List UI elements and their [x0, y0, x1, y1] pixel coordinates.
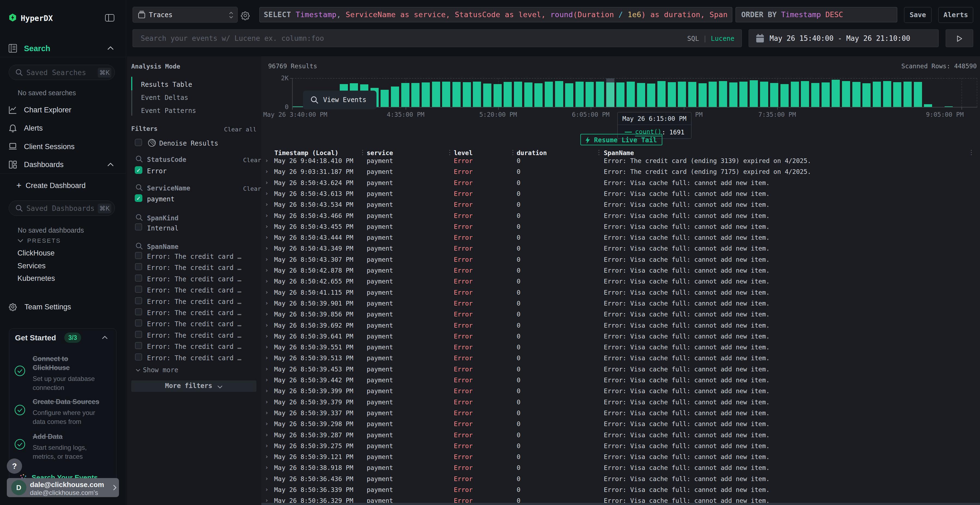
table-row[interactable]: › May 26 8:50:39.337 PM payment Error 0 …: [261, 407, 980, 418]
row-expand-chevron[interactable]: ›: [265, 278, 269, 284]
analysis-mode-results-table[interactable]: Results Table: [141, 81, 192, 89]
bar[interactable]: [801, 81, 809, 107]
row-expand-chevron[interactable]: ›: [265, 201, 269, 208]
row-expand-chevron[interactable]: ›: [265, 354, 269, 361]
table-row[interactable]: › May 26 8:50:39.901 PM payment Error 0 …: [261, 297, 980, 308]
bar[interactable]: [452, 82, 461, 107]
bar[interactable]: [545, 82, 553, 107]
analysis-mode-event-patterns[interactable]: Event Patterns: [141, 107, 196, 114]
row-expand-chevron[interactable]: ›: [265, 289, 269, 295]
table-row[interactable]: › May 26 8:50:36.436 PM payment Error 0 …: [261, 473, 980, 484]
bar[interactable]: [504, 82, 512, 107]
bar[interactable]: [904, 82, 912, 107]
bar[interactable]: [401, 83, 409, 107]
bar[interactable]: [535, 83, 542, 107]
search-icon[interactable]: [135, 156, 143, 163]
bar[interactable]: [780, 84, 789, 107]
bar[interactable]: [637, 83, 645, 107]
spanname-option-label[interactable]: Error: The credit card …: [147, 343, 242, 351]
bar[interactable]: [422, 83, 430, 107]
bar[interactable]: [391, 87, 399, 107]
search-icon[interactable]: [135, 243, 143, 250]
spanname-option-checkbox[interactable]: [135, 319, 142, 327]
table-row[interactable]: › May 26 8:50:39.641 PM payment Error 0 …: [261, 330, 980, 341]
row-expand-chevron[interactable]: ›: [265, 310, 269, 317]
bar[interactable]: [739, 82, 748, 107]
table-row[interactable]: › May 26 8:50:39.551 PM payment Error 0 …: [261, 341, 980, 352]
sidebar-item-search[interactable]: Search: [24, 44, 50, 53]
bar[interactable]: [576, 82, 584, 107]
row-expand-chevron[interactable]: ›: [265, 332, 269, 339]
row-expand-chevron[interactable]: ›: [265, 223, 269, 230]
row-expand-chevron[interactable]: ›: [265, 234, 269, 241]
row-expand-chevron[interactable]: ›: [265, 365, 269, 372]
spanname-option-label[interactable]: Error: The credit card …: [147, 264, 242, 272]
bar[interactable]: [811, 83, 819, 107]
spanname-option-label[interactable]: Error: The credit card …: [147, 298, 242, 306]
bar[interactable]: [585, 82, 594, 107]
bar[interactable]: [709, 82, 717, 107]
search-section-chevron-up-icon[interactable]: [107, 46, 114, 50]
row-expand-chevron[interactable]: ›: [265, 245, 269, 251]
sidebar-item-chart-explorer[interactable]: Chart Explorer: [24, 106, 71, 114]
source-selector[interactable]: Traces: [132, 7, 238, 22]
sidebar-item-alerts[interactable]: Alerts: [24, 124, 43, 132]
bar[interactable]: [627, 82, 635, 107]
collapse-sidebar-icon[interactable]: [105, 14, 115, 22]
spanname-option-checkbox[interactable]: [135, 286, 142, 293]
denoise-checkbox[interactable]: [135, 139, 142, 146]
row-expand-chevron[interactable]: ›: [265, 376, 269, 383]
row-expand-chevron[interactable]: ›: [265, 464, 269, 471]
bar[interactable]: [524, 83, 533, 107]
order-by-editor[interactable]: ORDER BY Timestamp DESC: [735, 7, 897, 22]
bar[interactable]: [565, 83, 573, 107]
bar[interactable]: [483, 84, 492, 107]
user-menu[interactable]: D dale@clickhouse.com dale@clickhouse.co…: [7, 478, 119, 497]
sql-query-editor[interactable]: SELECT Timestamp, ServiceName as service…: [259, 7, 732, 22]
bar[interactable]: [832, 80, 840, 107]
row-expand-chevron[interactable]: ›: [265, 179, 269, 186]
spanname-option-label[interactable]: Error: The credit card …: [147, 286, 242, 294]
statuscode-error-label[interactable]: Error: [147, 167, 167, 175]
show-more-button[interactable]: Show more: [143, 366, 178, 374]
table-row[interactable]: › May 26 8:50:43.444 PM payment Error 0 …: [261, 232, 980, 243]
table-row[interactable]: › May 26 8:50:42.655 PM payment Error 0 …: [261, 275, 980, 286]
row-expand-chevron[interactable]: ›: [265, 322, 269, 329]
table-row[interactable]: › May 26 9:03:31.187 PM payment Error 0 …: [261, 166, 980, 176]
bar[interactable]: [678, 82, 686, 107]
table-row[interactable]: › May 26 9:04:18.410 PM payment Error 0 …: [261, 155, 980, 166]
table-row[interactable]: › May 26 8:50:39.399 PM payment Error 0 …: [261, 385, 980, 396]
table-row[interactable]: › May 26 8:50:39.692 PM payment Error 0 …: [261, 319, 980, 330]
row-expand-chevron[interactable]: ›: [265, 486, 269, 493]
search-input[interactable]: Search your events w/ Lucene ex. column:…: [132, 29, 742, 47]
sidebar-item-preset-clickhouse[interactable]: ClickHouse: [18, 249, 55, 257]
table-row[interactable]: › May 26 8:50:39.298 PM payment Error 0 …: [261, 418, 980, 429]
row-expand-chevron[interactable]: ›: [265, 475, 269, 482]
bar[interactable]: [657, 81, 666, 107]
bar[interactable]: [791, 82, 799, 107]
row-expand-chevron[interactable]: ›: [265, 157, 269, 164]
bar[interactable]: [750, 80, 758, 107]
saved-dashboards-input[interactable]: Saved Dashboards ⌘K: [9, 200, 115, 216]
table-row[interactable]: › May 26 8:50:39.287 PM payment Error 0 …: [261, 429, 980, 440]
spanname-option-label[interactable]: Error: The credit card …: [147, 309, 242, 317]
query-language-toggle[interactable]: SQL | Lucene: [687, 35, 735, 43]
spanname-option-checkbox[interactable]: [135, 353, 142, 360]
table-row[interactable]: › May 26 8:50:43.307 PM payment Error 0 …: [261, 254, 980, 264]
row-expand-chevron[interactable]: ›: [265, 343, 269, 350]
sidebar-item-client-sessions[interactable]: Client Sessions: [24, 143, 75, 151]
presets-header[interactable]: PRESETS: [27, 237, 61, 245]
table-row[interactable]: › May 26 8:50:36.339 PM payment Error 0 …: [261, 484, 980, 495]
table-row[interactable]: › May 26 8:50:39.442 PM payment Error 0 …: [261, 374, 980, 385]
spanname-option-label[interactable]: Error: The credit card …: [147, 320, 242, 328]
spanname-option-checkbox[interactable]: [135, 263, 142, 270]
create-dashboard-button[interactable]: Create Dashboard: [25, 181, 86, 190]
bar[interactable]: [463, 82, 471, 107]
table-row[interactable]: › May 26 8:50:39.856 PM payment Error 0 …: [261, 308, 980, 319]
bar[interactable]: [822, 83, 830, 107]
table-row[interactable]: › May 26 8:50:43.349 PM payment Error 0 …: [261, 243, 980, 253]
sidebar-item-preset-kubernetes[interactable]: Kubernetes: [18, 274, 55, 283]
row-expand-chevron[interactable]: ›: [265, 399, 269, 405]
source-settings-gear-icon[interactable]: [241, 11, 250, 20]
spankind-internal-label[interactable]: Internal: [147, 224, 178, 232]
